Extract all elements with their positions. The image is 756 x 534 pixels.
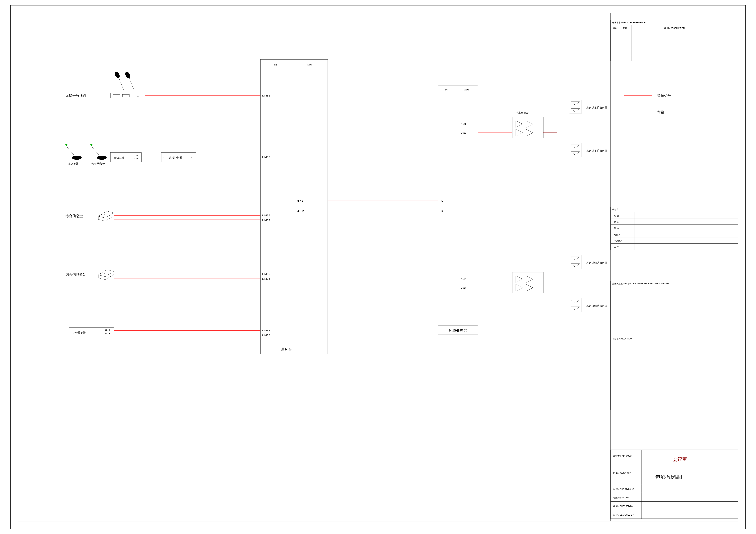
svg-point-3 [114, 71, 121, 79]
sign-row: 电 气 [614, 246, 619, 248]
legend-speaker: 音箱 [657, 110, 664, 114]
svg-text:IN: IN [274, 63, 277, 66]
svg-rect-106 [610, 493, 738, 501]
svg-text:Out4: Out4 [461, 286, 466, 289]
svg-rect-1 [18, 13, 738, 521]
svg-rect-64 [569, 143, 581, 157]
spk-main-L-label: 左声道主扩扬声器 [586, 106, 607, 109]
svg-text:注册执业设计专用章 / STAMP OF ARCHITECT: 注册执业设计专用章 / STAMP OF ARCHITECTURAL DESIG… [612, 282, 669, 285]
svg-rect-84 [610, 207, 738, 250]
svg-rect-95 [610, 336, 738, 410]
svg-rect-67 [569, 255, 581, 269]
svg-text:审  核 / APPROVED  BY: 审 核 / APPROVED BY [613, 488, 634, 490]
svg-text:编号: 编号 [613, 27, 617, 30]
svg-text:LINE 2: LINE 2 [262, 156, 270, 159]
svg-text:LINE 6: LINE 6 [262, 277, 270, 280]
info-box1-label: 综合信息盒1 [66, 214, 85, 218]
svg-text:专业负责 / STEP: 专业负责 / STEP [613, 496, 629, 499]
svg-text:厅堂类型 / PROJECT: 厅堂类型 / PROJECT [613, 455, 633, 457]
svg-point-13 [72, 156, 82, 160]
sign-row: 给排水 [614, 234, 620, 236]
svg-line-4 [119, 78, 124, 91]
info-box2-label: 综合信息盒2 [66, 273, 85, 276]
svg-point-14 [90, 144, 93, 146]
legend-audio: 音频信号 [657, 94, 671, 97]
project-value: 会议室 [673, 457, 687, 462]
svg-point-12 [66, 144, 68, 146]
svg-text:LINE 7: LINE 7 [262, 329, 270, 332]
titleblock: 修改记录 / REVISION REFERENCE 编号 日期 说 明 / DE… [610, 20, 738, 519]
svg-text:Out L: Out L [105, 329, 110, 331]
svg-text:Out: Out [135, 158, 138, 160]
chairman-unit-label: 主席单元 [68, 162, 78, 165]
amp-top-box [512, 117, 543, 138]
svg-text:日期: 日期 [623, 27, 627, 30]
conf-host-label: 会议主机 [114, 156, 124, 159]
svg-text:Out3: Out3 [461, 278, 466, 281]
sign-row: 空调通风 [614, 240, 622, 242]
svg-line-6 [129, 78, 135, 91]
svg-text:LINE 5: LINE 5 [262, 272, 270, 275]
delegate-unit-label: 代表单元×9 [91, 162, 105, 165]
svg-text:校  对 / CHECKED  BY: 校 对 / CHECKED BY [613, 505, 633, 507]
svg-text:OUT: OUT [464, 88, 470, 91]
svg-text:MIX L: MIX L [297, 199, 303, 202]
svg-rect-68 [569, 298, 581, 312]
svg-text:LINE 4: LINE 4 [262, 219, 270, 222]
speaker-main-R-icon [569, 143, 581, 157]
amp-triangle-icon-2 [516, 276, 533, 291]
conf-mic-icon [66, 144, 107, 160]
svg-point-10 [137, 95, 139, 96]
feedback-label: 反馈抑制器 [169, 156, 182, 159]
dwg-value: 音响系统原理图 [656, 475, 682, 479]
svg-rect-93 [610, 281, 738, 336]
svg-text:LINE 8: LINE 8 [262, 334, 270, 337]
svg-text:修改记录 / REVISION REFERENCE: 修改记录 / REVISION REFERENCE [612, 21, 646, 24]
svg-rect-8 [113, 94, 120, 97]
amp-triangle-icon [516, 121, 533, 136]
svg-rect-0 [10, 5, 746, 529]
svg-text:Out R: Out R [105, 332, 111, 335]
svg-text:OUT: OUT [307, 63, 312, 66]
svg-text:说  明 / DESCRIPTION: 说 明 / DESCRIPTION [664, 27, 685, 30]
mixer-block: IN OUT 调音台 LINE 1 LINE 2 LINE 3 LINE 4 L… [260, 60, 328, 354]
audio-system-diagram: 无线手持话筒 主席单元 代表单元×9 会议主机 Line Out In L 反馈… [0, 0, 756, 534]
info-box1-icon [98, 211, 114, 221]
dvd-label: DVD播放器 [72, 331, 86, 334]
svg-point-5 [124, 71, 131, 79]
wireless-mic-icon [110, 71, 145, 98]
svg-text:图  名 / DWG TITLE: 图 名 / DWG TITLE [613, 472, 631, 474]
svg-text:In1: In1 [440, 199, 444, 202]
svg-text:IN: IN [445, 88, 447, 91]
svg-text:平面布局 / KEY PLAN: 平面布局 / KEY PLAN [612, 338, 632, 340]
power-amp-label-top: 功率放大器 [516, 111, 529, 114]
wireless-mic-label: 无线手持话筒 [66, 93, 86, 97]
svg-text:In2: In2 [440, 210, 444, 213]
svg-text:设  计 / DESIGNED  BY: 设 计 / DESIGNED BY [613, 514, 634, 516]
svg-text:In L: In L [162, 156, 166, 159]
processor-block: IN OUT 音频处理器 In1 In2 Out1 Out2 Out3 Out4 [438, 85, 478, 334]
svg-text:Out2: Out2 [461, 131, 466, 134]
spk-main-R-label: 右声道主扩扬声器 [586, 149, 607, 152]
spk-aux-L-label: 左声道辅助扬声器 [586, 261, 607, 264]
svg-text:Out1: Out1 [461, 122, 466, 125]
spk-aux-R-label: 右声道辅助扬声器 [586, 304, 607, 307]
svg-text:Out L: Out L [189, 156, 194, 159]
speaker-main-L-icon [569, 100, 581, 114]
svg-rect-71 [610, 20, 738, 61]
sign-row: 结 构 [614, 227, 619, 230]
amp-bottom-box [512, 272, 543, 293]
processor-title: 音频处理器 [448, 328, 468, 333]
svg-text:LINE 3: LINE 3 [262, 214, 270, 217]
speaker-aux-R-icon [569, 298, 581, 312]
svg-text:会签栏: 会签栏 [612, 208, 618, 211]
mixer-title: 调音台 [281, 347, 292, 351]
speaker-aux-L-icon [569, 255, 581, 269]
svg-text:Line: Line [135, 154, 139, 157]
svg-text:LINE 1: LINE 1 [262, 94, 270, 97]
sign-row: 总 图 [614, 215, 619, 217]
svg-text:MIX R: MIX R [297, 210, 304, 213]
svg-rect-63 [569, 100, 581, 114]
svg-point-15 [97, 156, 107, 160]
svg-rect-7 [110, 93, 145, 98]
